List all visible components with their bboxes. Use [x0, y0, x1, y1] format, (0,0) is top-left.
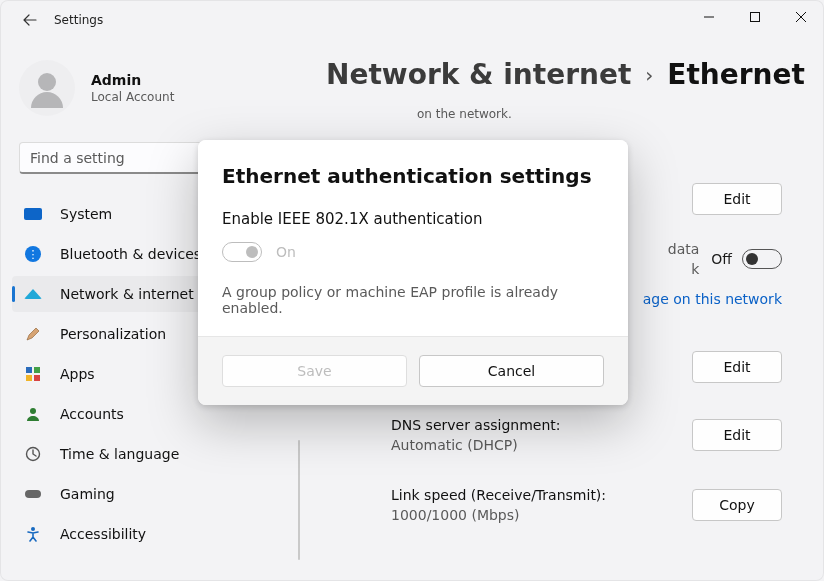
accessibility-icon	[24, 527, 42, 541]
sidebar-item-label: Personalization	[60, 326, 166, 342]
sidebar-item-accessibility[interactable]: Accessibility	[12, 516, 302, 552]
svg-point-11	[31, 527, 35, 531]
content-scrollbar[interactable]	[298, 440, 300, 560]
breadcrumb: Network & internet › Ethernet	[326, 58, 805, 91]
close-icon	[796, 12, 806, 22]
link-speed-row: Link speed (Receive/Transmit): 1000/1000…	[331, 477, 800, 533]
cancel-button[interactable]: Cancel	[419, 355, 604, 387]
dialog-setting-label: Enable IEEE 802.1X authentication	[222, 210, 604, 228]
sidebar-item-label: Accessibility	[60, 526, 146, 542]
breadcrumb-parent[interactable]: Network & internet	[326, 58, 631, 91]
wifi-icon	[24, 287, 42, 301]
svg-rect-5	[34, 367, 40, 373]
dns-label: DNS server assignment:	[391, 417, 561, 433]
dialog-title: Ethernet authentication settings	[222, 164, 604, 188]
sidebar-item-label: Accounts	[60, 406, 124, 422]
svg-rect-6	[26, 375, 32, 381]
ieee8021x-toggle	[222, 242, 262, 262]
svg-point-8	[30, 408, 36, 414]
user-name: Admin	[91, 72, 174, 88]
metered-off-label: Off	[711, 251, 732, 267]
back-button[interactable]	[20, 10, 40, 30]
link-speed-value: 1000/1000 (Mbps)	[391, 507, 606, 523]
search-placeholder: Find a setting	[30, 150, 125, 166]
dns-edit-button[interactable]: Edit	[692, 419, 782, 451]
metered-toggle[interactable]	[742, 249, 782, 269]
page-title: Ethernet	[667, 58, 805, 91]
avatar[interactable]	[19, 60, 75, 116]
link-speed-label: Link speed (Receive/Transmit):	[391, 487, 606, 503]
sidebar-item-label: Network & internet	[60, 286, 194, 302]
minimize-icon	[704, 12, 714, 22]
data-limit-link[interactable]: age on this network	[643, 291, 782, 307]
svg-rect-7	[34, 375, 40, 381]
gamepad-icon	[24, 487, 42, 501]
arrow-left-icon	[22, 12, 38, 28]
sidebar-item-time[interactable]: Time & language	[12, 436, 302, 472]
minimize-button[interactable]	[686, 0, 732, 34]
dns-value: Automatic (DHCP)	[391, 437, 561, 453]
truncated-description: on the network.	[331, 107, 800, 121]
window-controls	[686, 0, 824, 34]
sidebar-item-gaming[interactable]: Gaming	[12, 476, 302, 512]
monitor-icon	[24, 207, 42, 221]
chevron-right-icon: ›	[645, 63, 653, 87]
user-block: Admin Local Account	[19, 60, 174, 116]
ieee8021x-toggle-state: On	[276, 244, 296, 260]
clock-globe-icon	[24, 447, 42, 461]
apps-icon	[24, 367, 42, 381]
window-title: Settings	[54, 13, 103, 27]
svg-rect-4	[26, 367, 32, 373]
save-button: Save	[222, 355, 407, 387]
ethernet-auth-dialog: Ethernet authentication settings Enable …	[198, 140, 628, 405]
svg-rect-10	[25, 490, 41, 498]
ip-edit-button[interactable]: Edit	[692, 351, 782, 383]
sidebar-item-label: System	[60, 206, 112, 222]
maximize-button[interactable]	[732, 0, 778, 34]
sidebar-item-label: Bluetooth & devices	[60, 246, 201, 262]
svg-rect-1	[751, 13, 760, 22]
sidebar-item-label: Gaming	[60, 486, 115, 502]
paintbrush-icon	[24, 327, 42, 341]
person-icon	[38, 73, 56, 91]
maximize-icon	[750, 12, 760, 22]
close-button[interactable]	[778, 0, 824, 34]
link-speed-copy-button[interactable]: Copy	[692, 489, 782, 521]
sidebar-item-label: Apps	[60, 366, 95, 382]
dns-row: DNS server assignment: Automatic (DHCP) …	[331, 407, 800, 463]
sidebar-item-label: Time & language	[60, 446, 179, 462]
user-subtitle: Local Account	[91, 90, 174, 104]
person-icon	[24, 407, 42, 421]
dialog-help-text: A group policy or machine EAP profile is…	[222, 284, 604, 316]
bluetooth-icon: ⋮	[24, 247, 42, 261]
authentication-edit-button[interactable]: Edit	[692, 183, 782, 215]
